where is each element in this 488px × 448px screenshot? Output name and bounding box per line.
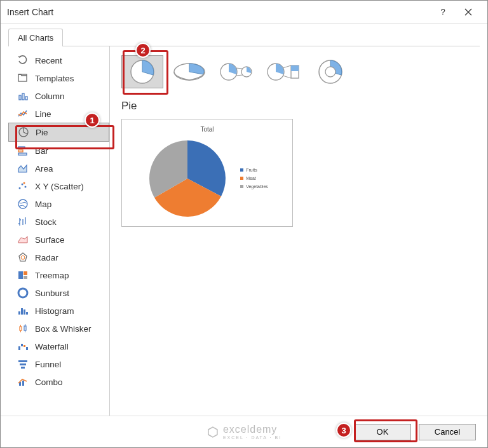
legend-swatch [240,185,243,188]
help-button[interactable]: ? [430,3,456,22]
watermark: exceldemy EXCEL · DATA · BI [207,424,281,440]
chart-category-sidebar: Recent Templates Column Line Pie Bar [8,46,110,416]
subtype-pie-icon [127,58,158,86]
sidebar-item-scatter[interactable]: X Y (Scatter) [8,177,109,195]
subtype-doughnut-icon [315,58,346,86]
subtype-pie[interactable] [121,55,163,88]
svg-point-9 [22,184,24,186]
sidebar-item-stock[interactable]: Stock [8,213,109,231]
subtype-3d-pie[interactable] [168,55,210,88]
legend-label: Vegetables [246,184,268,189]
dialog-title: Insert Chart [7,7,430,17]
help-icon: ? [440,7,445,17]
insert-chart-dialog: 1 2 3 Insert Chart ? All Charts Recent T… [0,0,488,448]
content: Recent Templates Column Line Pie Bar [8,46,480,416]
callout-2: 2 [135,43,151,58]
sidebar-item-templates[interactable]: Templates [8,69,109,87]
treemap-icon [17,269,29,281]
sidebar-item-column[interactable]: Column [8,87,109,105]
watermark-icon [207,426,219,438]
surface-icon [17,234,29,245]
svg-rect-7 [18,153,27,155]
sidebar-item-waterfall[interactable]: Waterfall [8,337,109,355]
subtype-pie-of-pie[interactable] [215,55,257,88]
sidebar-item-area[interactable]: Area [8,160,109,177]
sidebar-item-label: Box & Whisker [35,324,92,334]
pie-icon [18,126,29,138]
sidebar-item-boxwhisker[interactable]: Box & Whisker [8,320,109,337]
chart-preview[interactable]: Total Fruits Meat Vegetables [121,119,293,227]
svg-rect-21 [26,312,28,315]
svg-rect-15 [24,276,27,279]
histogram-icon [17,305,29,316]
svg-point-41 [325,67,336,77]
sidebar-item-map[interactable]: Map [8,195,109,213]
watermark-brand: exceldemy [223,424,277,435]
svg-rect-1 [19,95,21,100]
area-icon [17,163,29,174]
svg-rect-25 [21,344,23,346]
sidebar-item-surface[interactable]: Surface [8,231,109,248]
svg-rect-30 [21,367,25,369]
subtype-bar-of-pie[interactable] [262,55,304,88]
tab-all-charts[interactable]: All Charts [8,29,63,46]
templates-icon [17,72,29,84]
scatter-icon [17,180,29,192]
subtype-doughnut[interactable] [309,55,351,88]
close-button[interactable] [456,3,481,22]
sidebar-item-label: Radar [35,253,58,262]
svg-rect-19 [21,308,23,315]
sidebar-item-label: Area [35,164,53,173]
stock-icon [17,216,29,227]
chart-type-heading: Pie [121,100,468,112]
sidebar-item-recent[interactable]: Recent [8,51,109,69]
svg-rect-5 [18,147,25,149]
sidebar-item-histogram[interactable]: Histogram [8,302,109,320]
sidebar-item-label: Histogram [35,306,74,316]
sidebar-item-funnel[interactable]: Funnel [8,355,109,373]
sidebar-item-combo[interactable]: Combo [8,373,109,391]
sidebar-item-label: Line [35,109,51,119]
map-icon [17,198,29,210]
sidebar-item-label: Pie [36,128,48,137]
sidebar-item-sunburst[interactable]: Sunburst [8,284,109,302]
svg-rect-27 [26,347,28,350]
tab-strip: All Charts [1,24,487,46]
combo-icon [17,376,29,388]
line-icon [17,108,29,119]
svg-rect-14 [24,271,27,275]
svg-point-8 [19,187,21,189]
cancel-button[interactable]: Cancel [419,424,476,440]
svg-rect-20 [24,309,25,315]
sidebar-item-label: Sunburst [35,288,69,298]
legend-label: Meat [246,176,256,180]
subtype-bar-of-pie-icon [266,60,301,83]
sidebar-item-bar[interactable]: Bar [8,142,109,160]
sidebar-item-radar[interactable]: Radar [8,248,109,266]
sidebar-item-treemap[interactable]: Treemap [8,266,109,284]
legend-item: Fruits [240,168,268,172]
legend-swatch [240,177,243,180]
sidebar-item-label: Surface [35,235,65,245]
svg-rect-26 [24,345,25,347]
sidebar-item-label: Bar [35,146,48,156]
legend-item: Vegetables [240,184,268,189]
svg-rect-3 [25,97,27,100]
svg-rect-32 [22,381,24,386]
sidebar-item-label: Map [35,200,51,209]
svg-rect-29 [20,363,26,365]
legend-swatch [240,168,243,172]
sidebar-item-label: Stock [35,217,57,227]
sidebar-item-label: Funnel [35,360,61,369]
preview-pie-chart [146,137,229,220]
ok-button[interactable]: OK [354,424,411,440]
legend-item: Meat [240,176,268,180]
svg-rect-6 [18,150,23,152]
sidebar-item-label: Combo [35,377,63,387]
sidebar-item-label: Templates [35,74,74,83]
svg-rect-18 [18,311,20,315]
boxwhisker-icon [17,323,29,334]
sidebar-item-label: Waterfall [35,342,69,351]
bar-icon [17,145,29,156]
sidebar-item-label: X Y (Scatter) [35,182,84,191]
